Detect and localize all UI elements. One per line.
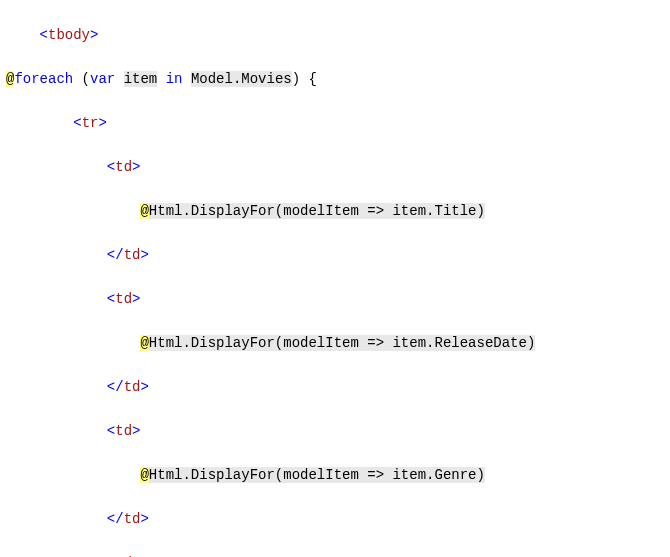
code-line: <td> — [6, 288, 670, 310]
code-line: </td> — [6, 244, 670, 266]
code-line: <td> — [6, 156, 670, 178]
code-line: @foreach (var item in Model.Movies) { — [6, 68, 670, 90]
code-line: </td> — [6, 508, 670, 530]
code-line: <td> — [6, 552, 670, 557]
code-line: @Html.DisplayFor(modelItem => item.Relea… — [6, 332, 670, 354]
code-line: <td> — [6, 420, 670, 442]
code-line: <tr> — [6, 112, 670, 134]
code-line: @Html.DisplayFor(modelItem => item.Title… — [6, 200, 670, 222]
code-line: @Html.DisplayFor(modelItem => item.Genre… — [6, 464, 670, 486]
code-line: </td> — [6, 376, 670, 398]
code-line: <tbody> — [6, 24, 670, 46]
code-editor: <tbody> @foreach (var item in Model.Movi… — [0, 0, 670, 557]
